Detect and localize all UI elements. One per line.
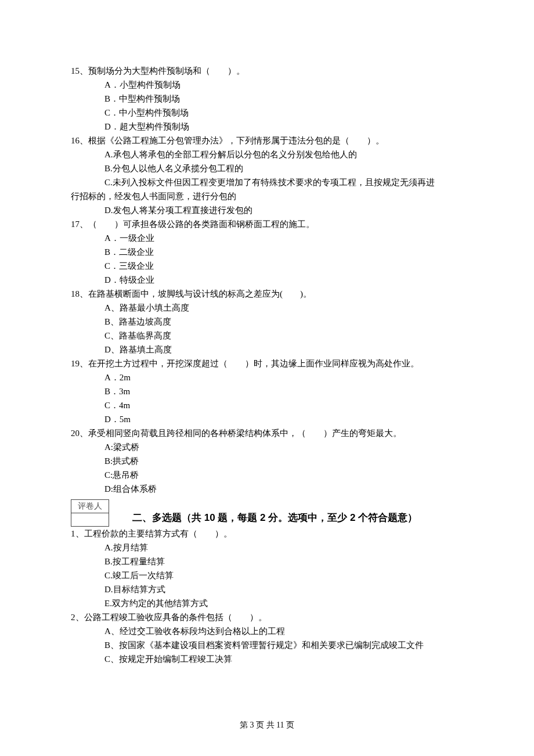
question-17-stem: 17、（ ）可承担各级公路的各类路面和钢桥面工程的施工。 xyxy=(71,217,463,231)
question-17-option-a: A．一级企业 xyxy=(104,231,463,245)
question-18-stem: 18、在路基横断面中，坡脚线与设计线的标高之差应为( )。 xyxy=(71,287,463,301)
s2-question-1-option-d: D.目标结算方式 xyxy=(104,582,463,596)
question-18-option-c: C、路基临界高度 xyxy=(104,329,463,343)
question-16-stem: 16、根据《公路工程施工分包管理办法》，下列情形属于违法分包的是（ ）。 xyxy=(71,134,463,147)
s2-question-2-stem: 2、公路工程竣工验收应具备的条件包括（ ）。 xyxy=(71,610,463,624)
question-19-option-c: C．4m xyxy=(104,398,463,412)
question-19-option-a: A．2m xyxy=(104,370,463,384)
question-15-option-a: A．小型构件预制场 xyxy=(104,78,463,92)
page-footer: 第 3 页 共 11 页 xyxy=(0,719,534,732)
question-18-option-b: B、路基边坡高度 xyxy=(104,315,463,329)
s2-question-2-option-a: A、经过交工验收各标段均达到合格以上的工程 xyxy=(104,624,463,638)
question-16-option-c: C.未列入投标文件但因工程变更增加了有特殊技术要求的专项工程，且按规定无须再进 xyxy=(104,175,463,189)
section-2-title: 二、多选题（共 10 题，每题 2 分。选项中，至少 2 个符合题意） xyxy=(132,510,417,525)
s2-question-2-option-b: B、按国家《基本建设项目档案资料管理暂行规定》和相关要求已编制完成竣工文件 xyxy=(104,638,463,652)
exam-page: 15、预制场分为大型构件预制场和（ ）。 A．小型构件预制场 B．中型构件预制场… xyxy=(0,0,534,756)
question-16-option-d: D.发包人将某分项工程直接进行发包的 xyxy=(104,203,463,217)
question-16-option-b: B.分包人以他人名义承揽分包工程的 xyxy=(104,161,463,175)
question-15-option-d: D．超大型构件预制场 xyxy=(104,120,463,134)
question-20-option-d: D:组合体系桥 xyxy=(104,482,463,496)
section-header-row: 评卷人 二、多选题（共 10 题，每题 2 分。选项中，至少 2 个符合题意） xyxy=(71,496,463,527)
question-20-option-a: A:梁式桥 xyxy=(104,440,463,454)
grader-blank xyxy=(71,513,109,527)
question-17-option-b: B．二级企业 xyxy=(104,245,463,259)
grader-box: 评卷人 xyxy=(71,499,109,527)
s2-question-1-stem: 1、工程价款的主要结算方式有（ ）。 xyxy=(71,527,463,541)
grader-label: 评卷人 xyxy=(71,499,109,513)
question-17-option-d: D．特级企业 xyxy=(104,273,463,287)
question-19-option-d: D．5m xyxy=(104,412,463,426)
s2-question-1-option-b: B.按工程量结算 xyxy=(104,555,463,568)
question-20-option-b: B:拱式桥 xyxy=(104,454,463,468)
question-18-option-d: D、路基填土高度 xyxy=(104,343,463,357)
question-15-option-c: C．中小型构件预制场 xyxy=(104,106,463,120)
s2-question-1-option-e: E.双方约定的其他结算方式 xyxy=(104,596,463,610)
question-15-option-b: B．中型构件预制场 xyxy=(104,92,463,106)
question-16-option-c-continuation: 行招标的，经发包人书面同意，进行分包的 xyxy=(71,189,463,203)
s2-question-1-option-c: C.竣工后一次结算 xyxy=(104,568,463,582)
question-15-stem: 15、预制场分为大型构件预制场和（ ）。 xyxy=(71,64,463,78)
question-18-option-a: A、路基最小填土高度 xyxy=(104,301,463,315)
s2-question-1-option-a: A.按月结算 xyxy=(104,541,463,555)
question-20-option-c: C:悬吊桥 xyxy=(104,468,463,482)
question-17-option-c: C．三级企业 xyxy=(104,259,463,273)
s2-question-2-option-c: C、按规定开始编制工程竣工决算 xyxy=(104,652,463,666)
question-19-option-b: B．3m xyxy=(104,384,463,398)
question-20-stem: 20、承受相同竖向荷载且跨径相同的各种桥梁结构体系中，（ ）产生的弯矩最大。 xyxy=(71,426,463,440)
question-19-stem: 19、在开挖土方过程中，开挖深度超过（ ）时，其边缘上面作业同样应视为高处作业。 xyxy=(71,357,463,370)
question-16-option-a: A.承包人将承包的全部工程分解后以分包的名义分别发包给他人的 xyxy=(104,147,463,161)
